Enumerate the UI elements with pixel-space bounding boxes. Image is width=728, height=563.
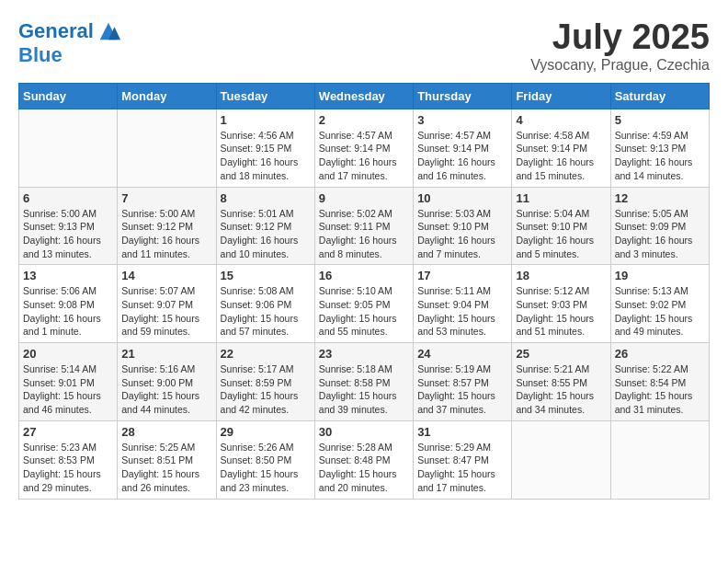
day-info: Sunrise: 5:00 AM Sunset: 9:13 PM Dayligh…	[23, 207, 113, 261]
calendar-cell: 24Sunrise: 5:19 AM Sunset: 8:57 PM Dayli…	[414, 343, 512, 421]
day-info: Sunrise: 5:05 AM Sunset: 9:09 PM Dayligh…	[615, 207, 705, 261]
day-info: Sunrise: 5:22 AM Sunset: 8:54 PM Dayligh…	[615, 362, 705, 417]
calendar-cell: 11Sunrise: 5:04 AM Sunset: 9:10 PM Dayli…	[512, 187, 610, 265]
day-info: Sunrise: 5:16 AM Sunset: 9:00 PM Dayligh…	[121, 362, 211, 417]
logo-blue-text: Blue	[18, 44, 121, 66]
weekday-header-sunday: Sunday	[19, 83, 118, 109]
day-number: 19	[615, 269, 705, 282]
weekday-header-friday: Friday	[512, 83, 610, 109]
weekday-header-tuesday: Tuesday	[216, 83, 314, 109]
calendar-cell: 28Sunrise: 5:25 AM Sunset: 8:51 PM Dayli…	[118, 420, 216, 499]
day-info: Sunrise: 5:25 AM Sunset: 8:51 PM Dayligh…	[121, 441, 211, 495]
calendar-week-5: 27Sunrise: 5:23 AM Sunset: 8:53 PM Dayli…	[19, 420, 710, 499]
day-number: 2	[319, 113, 409, 127]
calendar-cell: 7Sunrise: 5:00 AM Sunset: 9:12 PM Daylig…	[118, 187, 216, 265]
day-info: Sunrise: 5:19 AM Sunset: 8:57 PM Dayligh…	[417, 362, 507, 417]
day-number: 26	[615, 347, 705, 361]
calendar-cell: 23Sunrise: 5:18 AM Sunset: 8:58 PM Dayli…	[314, 343, 413, 421]
weekday-header-wednesday: Wednesday	[314, 83, 413, 109]
day-info: Sunrise: 5:04 AM Sunset: 9:10 PM Dayligh…	[516, 207, 606, 261]
calendar-cell: 13Sunrise: 5:06 AM Sunset: 9:08 PM Dayli…	[19, 265, 118, 343]
day-number: 17	[417, 269, 507, 282]
day-info: Sunrise: 5:08 AM Sunset: 9:06 PM Dayligh…	[221, 284, 311, 339]
day-info: Sunrise: 5:01 AM Sunset: 9:12 PM Dayligh…	[221, 207, 311, 261]
calendar-cell: 22Sunrise: 5:17 AM Sunset: 8:59 PM Dayli…	[216, 343, 314, 421]
calendar-cell: 14Sunrise: 5:07 AM Sunset: 9:07 PM Dayli…	[118, 265, 216, 343]
calendar-cell: 4Sunrise: 4:58 AM Sunset: 9:14 PM Daylig…	[512, 109, 610, 187]
calendar-table: SundayMondayTuesdayWednesdayThursdayFrid…	[18, 83, 710, 500]
calendar-cell: 17Sunrise: 5:11 AM Sunset: 9:04 PM Dayli…	[414, 265, 512, 343]
calendar-week-4: 20Sunrise: 5:14 AM Sunset: 9:01 PM Dayli…	[19, 343, 710, 421]
day-info: Sunrise: 5:14 AM Sunset: 9:01 PM Dayligh…	[23, 362, 113, 417]
calendar-week-1: 1Sunrise: 4:56 AM Sunset: 9:15 PM Daylig…	[19, 109, 710, 187]
day-info: Sunrise: 4:56 AM Sunset: 9:15 PM Dayligh…	[221, 129, 311, 183]
day-number: 9	[319, 191, 409, 205]
day-number: 5	[615, 113, 705, 127]
calendar-cell: 19Sunrise: 5:13 AM Sunset: 9:02 PM Dayli…	[610, 265, 709, 343]
day-info: Sunrise: 5:03 AM Sunset: 9:10 PM Dayligh…	[417, 207, 507, 261]
calendar-cell: 30Sunrise: 5:28 AM Sunset: 8:48 PM Dayli…	[314, 420, 413, 499]
calendar-cell	[512, 420, 610, 499]
weekday-header-thursday: Thursday	[414, 83, 512, 109]
calendar-cell: 21Sunrise: 5:16 AM Sunset: 9:00 PM Dayli…	[118, 343, 216, 421]
title-area: July 2025 Vysocany, Prague, Czechia	[530, 18, 710, 74]
day-info: Sunrise: 5:02 AM Sunset: 9:11 PM Dayligh…	[319, 207, 409, 261]
location-subtitle: Vysocany, Prague, Czechia	[530, 57, 710, 74]
day-number: 31	[417, 425, 507, 439]
calendar-cell: 27Sunrise: 5:23 AM Sunset: 8:53 PM Dayli…	[19, 420, 118, 499]
calendar-cell: 3Sunrise: 4:57 AM Sunset: 9:14 PM Daylig…	[414, 109, 512, 187]
day-number: 11	[516, 191, 606, 205]
weekday-header-monday: Monday	[118, 83, 216, 109]
day-number: 25	[516, 347, 606, 361]
calendar-cell: 25Sunrise: 5:21 AM Sunset: 8:55 PM Dayli…	[512, 343, 610, 421]
calendar-cell: 1Sunrise: 4:56 AM Sunset: 9:15 PM Daylig…	[216, 109, 314, 187]
calendar-cell: 9Sunrise: 5:02 AM Sunset: 9:11 PM Daylig…	[314, 187, 413, 265]
day-number: 1	[221, 113, 311, 127]
day-info: Sunrise: 5:23 AM Sunset: 8:53 PM Dayligh…	[23, 441, 113, 495]
page-header: General Blue July 2025 Vysocany, Prague,…	[18, 18, 710, 74]
calendar-cell: 31Sunrise: 5:29 AM Sunset: 8:47 PM Dayli…	[414, 420, 512, 499]
day-number: 30	[319, 425, 409, 439]
day-number: 3	[417, 113, 507, 127]
day-number: 14	[121, 269, 211, 282]
day-number: 29	[221, 425, 311, 439]
day-info: Sunrise: 5:21 AM Sunset: 8:55 PM Dayligh…	[516, 362, 606, 417]
calendar-cell: 5Sunrise: 4:59 AM Sunset: 9:13 PM Daylig…	[610, 109, 709, 187]
day-number: 28	[121, 425, 211, 439]
day-info: Sunrise: 5:18 AM Sunset: 8:58 PM Dayligh…	[319, 362, 409, 417]
day-info: Sunrise: 5:10 AM Sunset: 9:05 PM Dayligh…	[319, 284, 409, 339]
day-number: 4	[516, 113, 606, 127]
day-info: Sunrise: 4:57 AM Sunset: 9:14 PM Dayligh…	[417, 129, 507, 183]
day-number: 23	[319, 347, 409, 361]
calendar-cell	[19, 109, 118, 187]
day-number: 6	[23, 191, 113, 205]
day-number: 24	[417, 347, 507, 361]
calendar-cell: 6Sunrise: 5:00 AM Sunset: 9:13 PM Daylig…	[19, 187, 118, 265]
logo: General Blue	[18, 18, 121, 66]
day-info: Sunrise: 4:59 AM Sunset: 9:13 PM Dayligh…	[615, 129, 705, 183]
day-info: Sunrise: 5:06 AM Sunset: 9:08 PM Dayligh…	[23, 284, 113, 339]
day-number: 7	[121, 191, 211, 205]
weekday-row: SundayMondayTuesdayWednesdayThursdayFrid…	[19, 83, 710, 109]
day-number: 18	[516, 269, 606, 282]
day-number: 16	[319, 269, 409, 282]
day-info: Sunrise: 5:07 AM Sunset: 9:07 PM Dayligh…	[121, 284, 211, 339]
calendar-cell: 16Sunrise: 5:10 AM Sunset: 9:05 PM Dayli…	[314, 265, 413, 343]
logo-text: General	[18, 20, 94, 42]
day-number: 12	[615, 191, 705, 205]
day-number: 13	[23, 269, 113, 282]
calendar-week-3: 13Sunrise: 5:06 AM Sunset: 9:08 PM Dayli…	[19, 265, 710, 343]
day-info: Sunrise: 4:58 AM Sunset: 9:14 PM Dayligh…	[516, 129, 606, 183]
day-info: Sunrise: 5:12 AM Sunset: 9:03 PM Dayligh…	[516, 284, 606, 339]
calendar-cell: 10Sunrise: 5:03 AM Sunset: 9:10 PM Dayli…	[414, 187, 512, 265]
calendar-cell	[610, 420, 709, 499]
calendar-header: SundayMondayTuesdayWednesdayThursdayFrid…	[19, 83, 710, 109]
calendar-week-2: 6Sunrise: 5:00 AM Sunset: 9:13 PM Daylig…	[19, 187, 710, 265]
day-info: Sunrise: 5:28 AM Sunset: 8:48 PM Dayligh…	[319, 441, 409, 495]
calendar-cell: 26Sunrise: 5:22 AM Sunset: 8:54 PM Dayli…	[610, 343, 709, 421]
calendar-cell	[118, 109, 216, 187]
calendar-body: 1Sunrise: 4:56 AM Sunset: 9:15 PM Daylig…	[19, 109, 710, 499]
day-info: Sunrise: 5:11 AM Sunset: 9:04 PM Dayligh…	[417, 284, 507, 339]
calendar-cell: 8Sunrise: 5:01 AM Sunset: 9:12 PM Daylig…	[216, 187, 314, 265]
day-number: 15	[221, 269, 311, 282]
